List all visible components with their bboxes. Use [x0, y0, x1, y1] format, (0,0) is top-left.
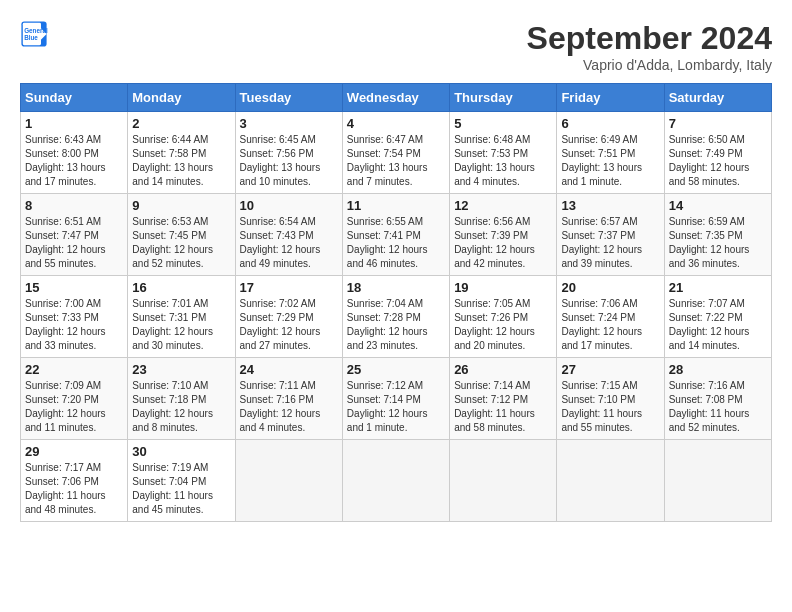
day-number: 2 — [132, 116, 230, 131]
table-row: 5Sunrise: 6:48 AM Sunset: 7:53 PM Daylig… — [450, 112, 557, 194]
week-row-3: 15Sunrise: 7:00 AM Sunset: 7:33 PM Dayli… — [21, 276, 772, 358]
table-row: 3Sunrise: 6:45 AM Sunset: 7:56 PM Daylig… — [235, 112, 342, 194]
table-row: 23Sunrise: 7:10 AM Sunset: 7:18 PM Dayli… — [128, 358, 235, 440]
day-info: Sunrise: 7:05 AM Sunset: 7:26 PM Dayligh… — [454, 297, 552, 353]
header: General Blue September 2024 Vaprio d'Add… — [20, 20, 772, 73]
table-row: 4Sunrise: 6:47 AM Sunset: 7:54 PM Daylig… — [342, 112, 449, 194]
table-row: 9Sunrise: 6:53 AM Sunset: 7:45 PM Daylig… — [128, 194, 235, 276]
table-row: 18Sunrise: 7:04 AM Sunset: 7:28 PM Dayli… — [342, 276, 449, 358]
day-number: 13 — [561, 198, 659, 213]
day-number: 20 — [561, 280, 659, 295]
day-info: Sunrise: 7:16 AM Sunset: 7:08 PM Dayligh… — [669, 379, 767, 435]
day-number: 26 — [454, 362, 552, 377]
table-row — [342, 440, 449, 522]
day-number: 14 — [669, 198, 767, 213]
table-row: 13Sunrise: 6:57 AM Sunset: 7:37 PM Dayli… — [557, 194, 664, 276]
col-thursday: Thursday — [450, 84, 557, 112]
table-row: 30Sunrise: 7:19 AM Sunset: 7:04 PM Dayli… — [128, 440, 235, 522]
day-number: 30 — [132, 444, 230, 459]
table-row: 29Sunrise: 7:17 AM Sunset: 7:06 PM Dayli… — [21, 440, 128, 522]
table-row: 25Sunrise: 7:12 AM Sunset: 7:14 PM Dayli… — [342, 358, 449, 440]
table-row: 20Sunrise: 7:06 AM Sunset: 7:24 PM Dayli… — [557, 276, 664, 358]
calendar-title: September 2024 — [527, 20, 772, 57]
day-info: Sunrise: 6:43 AM Sunset: 8:00 PM Dayligh… — [25, 133, 123, 189]
table-row: 27Sunrise: 7:15 AM Sunset: 7:10 PM Dayli… — [557, 358, 664, 440]
day-number: 3 — [240, 116, 338, 131]
table-row: 10Sunrise: 6:54 AM Sunset: 7:43 PM Dayli… — [235, 194, 342, 276]
table-row: 7Sunrise: 6:50 AM Sunset: 7:49 PM Daylig… — [664, 112, 771, 194]
svg-text:Blue: Blue — [24, 34, 38, 41]
calendar-subtitle: Vaprio d'Adda, Lombardy, Italy — [527, 57, 772, 73]
day-info: Sunrise: 6:47 AM Sunset: 7:54 PM Dayligh… — [347, 133, 445, 189]
table-row: 1Sunrise: 6:43 AM Sunset: 8:00 PM Daylig… — [21, 112, 128, 194]
col-sunday: Sunday — [21, 84, 128, 112]
day-number: 9 — [132, 198, 230, 213]
day-info: Sunrise: 6:54 AM Sunset: 7:43 PM Dayligh… — [240, 215, 338, 271]
day-info: Sunrise: 7:02 AM Sunset: 7:29 PM Dayligh… — [240, 297, 338, 353]
table-row — [664, 440, 771, 522]
day-number: 7 — [669, 116, 767, 131]
day-number: 19 — [454, 280, 552, 295]
day-number: 6 — [561, 116, 659, 131]
day-number: 5 — [454, 116, 552, 131]
table-row: 22Sunrise: 7:09 AM Sunset: 7:20 PM Dayli… — [21, 358, 128, 440]
col-monday: Monday — [128, 84, 235, 112]
day-info: Sunrise: 6:57 AM Sunset: 7:37 PM Dayligh… — [561, 215, 659, 271]
day-info: Sunrise: 6:55 AM Sunset: 7:41 PM Dayligh… — [347, 215, 445, 271]
col-wednesday: Wednesday — [342, 84, 449, 112]
day-number: 27 — [561, 362, 659, 377]
table-row: 11Sunrise: 6:55 AM Sunset: 7:41 PM Dayli… — [342, 194, 449, 276]
day-info: Sunrise: 7:06 AM Sunset: 7:24 PM Dayligh… — [561, 297, 659, 353]
table-row: 14Sunrise: 6:59 AM Sunset: 7:35 PM Dayli… — [664, 194, 771, 276]
week-row-4: 22Sunrise: 7:09 AM Sunset: 7:20 PM Dayli… — [21, 358, 772, 440]
day-number: 29 — [25, 444, 123, 459]
day-number: 23 — [132, 362, 230, 377]
table-row: 26Sunrise: 7:14 AM Sunset: 7:12 PM Dayli… — [450, 358, 557, 440]
day-info: Sunrise: 6:45 AM Sunset: 7:56 PM Dayligh… — [240, 133, 338, 189]
day-info: Sunrise: 7:09 AM Sunset: 7:20 PM Dayligh… — [25, 379, 123, 435]
day-info: Sunrise: 7:01 AM Sunset: 7:31 PM Dayligh… — [132, 297, 230, 353]
week-row-2: 8Sunrise: 6:51 AM Sunset: 7:47 PM Daylig… — [21, 194, 772, 276]
col-saturday: Saturday — [664, 84, 771, 112]
logo: General Blue — [20, 20, 48, 48]
table-row: 24Sunrise: 7:11 AM Sunset: 7:16 PM Dayli… — [235, 358, 342, 440]
day-info: Sunrise: 7:04 AM Sunset: 7:28 PM Dayligh… — [347, 297, 445, 353]
day-info: Sunrise: 6:48 AM Sunset: 7:53 PM Dayligh… — [454, 133, 552, 189]
day-info: Sunrise: 6:56 AM Sunset: 7:39 PM Dayligh… — [454, 215, 552, 271]
day-info: Sunrise: 7:00 AM Sunset: 7:33 PM Dayligh… — [25, 297, 123, 353]
day-number: 28 — [669, 362, 767, 377]
calendar-table: Sunday Monday Tuesday Wednesday Thursday… — [20, 83, 772, 522]
table-row: 17Sunrise: 7:02 AM Sunset: 7:29 PM Dayli… — [235, 276, 342, 358]
day-info: Sunrise: 6:50 AM Sunset: 7:49 PM Dayligh… — [669, 133, 767, 189]
day-number: 11 — [347, 198, 445, 213]
calendar-header-row: Sunday Monday Tuesday Wednesday Thursday… — [21, 84, 772, 112]
day-info: Sunrise: 7:14 AM Sunset: 7:12 PM Dayligh… — [454, 379, 552, 435]
table-row: 15Sunrise: 7:00 AM Sunset: 7:33 PM Dayli… — [21, 276, 128, 358]
day-info: Sunrise: 6:49 AM Sunset: 7:51 PM Dayligh… — [561, 133, 659, 189]
day-info: Sunrise: 7:11 AM Sunset: 7:16 PM Dayligh… — [240, 379, 338, 435]
day-info: Sunrise: 6:44 AM Sunset: 7:58 PM Dayligh… — [132, 133, 230, 189]
day-info: Sunrise: 7:19 AM Sunset: 7:04 PM Dayligh… — [132, 461, 230, 517]
col-friday: Friday — [557, 84, 664, 112]
table-row: 12Sunrise: 6:56 AM Sunset: 7:39 PM Dayli… — [450, 194, 557, 276]
table-row: 2Sunrise: 6:44 AM Sunset: 7:58 PM Daylig… — [128, 112, 235, 194]
table-row — [557, 440, 664, 522]
week-row-1: 1Sunrise: 6:43 AM Sunset: 8:00 PM Daylig… — [21, 112, 772, 194]
day-number: 4 — [347, 116, 445, 131]
day-number: 18 — [347, 280, 445, 295]
day-info: Sunrise: 6:51 AM Sunset: 7:47 PM Dayligh… — [25, 215, 123, 271]
day-info: Sunrise: 7:17 AM Sunset: 7:06 PM Dayligh… — [25, 461, 123, 517]
table-row: 28Sunrise: 7:16 AM Sunset: 7:08 PM Dayli… — [664, 358, 771, 440]
day-number: 22 — [25, 362, 123, 377]
day-info: Sunrise: 7:07 AM Sunset: 7:22 PM Dayligh… — [669, 297, 767, 353]
table-row — [235, 440, 342, 522]
day-number: 17 — [240, 280, 338, 295]
day-number: 1 — [25, 116, 123, 131]
day-info: Sunrise: 7:12 AM Sunset: 7:14 PM Dayligh… — [347, 379, 445, 435]
day-info: Sunrise: 6:59 AM Sunset: 7:35 PM Dayligh… — [669, 215, 767, 271]
table-row: 21Sunrise: 7:07 AM Sunset: 7:22 PM Dayli… — [664, 276, 771, 358]
day-number: 16 — [132, 280, 230, 295]
day-number: 10 — [240, 198, 338, 213]
day-number: 15 — [25, 280, 123, 295]
logo-icon: General Blue — [20, 20, 48, 48]
